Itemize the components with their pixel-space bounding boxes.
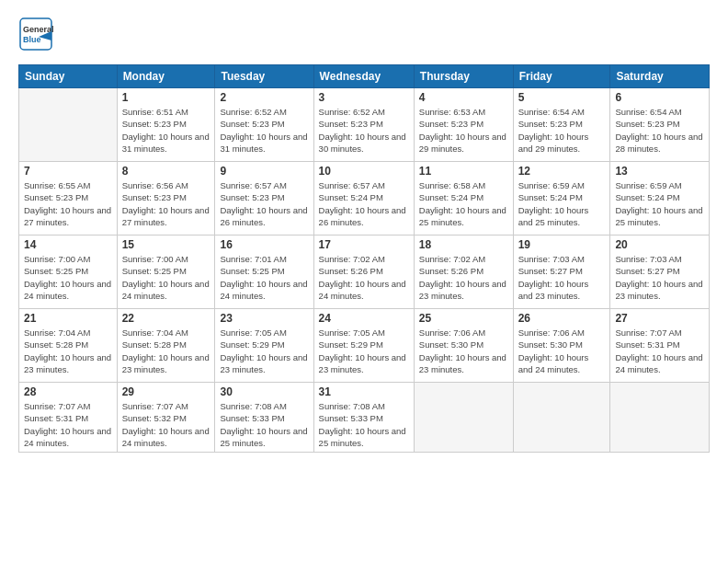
logo-icon: General Blue bbox=[18, 17, 53, 52]
calendar-cell bbox=[19, 88, 118, 162]
calendar-header-row: SundayMondayTuesdayWednesdayThursdayFrid… bbox=[19, 65, 710, 88]
day-number: 16 bbox=[220, 238, 308, 251]
calendar-cell: 10Sunrise: 6:57 AMSunset: 5:24 PMDayligh… bbox=[313, 162, 414, 236]
weekday-header: Sunday bbox=[19, 65, 118, 88]
calendar-week-row: 14Sunrise: 7:00 AMSunset: 5:25 PMDayligh… bbox=[19, 236, 710, 309]
day-number: 30 bbox=[220, 385, 308, 398]
day-number: 29 bbox=[122, 385, 210, 398]
day-number: 21 bbox=[24, 312, 112, 325]
day-number: 11 bbox=[419, 165, 508, 178]
calendar-cell: 9Sunrise: 6:57 AMSunset: 5:23 PMDaylight… bbox=[215, 162, 313, 236]
day-info: Sunrise: 7:01 AMSunset: 5:25 PMDaylight:… bbox=[220, 253, 308, 302]
day-info: Sunrise: 7:05 AMSunset: 5:29 PMDaylight:… bbox=[220, 327, 308, 375]
calendar-cell: 7Sunrise: 6:55 AMSunset: 5:23 PMDaylight… bbox=[19, 162, 118, 236]
day-number: 14 bbox=[24, 238, 112, 251]
calendar-cell: 1Sunrise: 6:51 AMSunset: 5:23 PMDaylight… bbox=[117, 88, 215, 162]
calendar-cell: 3Sunrise: 6:52 AMSunset: 5:23 PMDaylight… bbox=[313, 88, 414, 162]
calendar-cell: 8Sunrise: 6:56 AMSunset: 5:23 PMDaylight… bbox=[117, 162, 215, 236]
day-number: 8 bbox=[122, 165, 210, 178]
day-number: 27 bbox=[615, 312, 704, 325]
day-number: 3 bbox=[319, 91, 409, 104]
day-number: 1 bbox=[122, 91, 210, 104]
day-number: 4 bbox=[419, 91, 508, 104]
day-info: Sunrise: 7:07 AMSunset: 5:31 PMDaylight:… bbox=[24, 400, 112, 449]
day-info: Sunrise: 6:59 AMSunset: 5:24 PMDaylight:… bbox=[518, 179, 606, 228]
calendar-cell: 30Sunrise: 7:08 AMSunset: 5:33 PMDayligh… bbox=[215, 383, 313, 453]
calendar-cell: 20Sunrise: 7:03 AMSunset: 5:27 PMDayligh… bbox=[610, 236, 710, 309]
calendar-week-row: 7Sunrise: 6:55 AMSunset: 5:23 PMDaylight… bbox=[19, 162, 710, 236]
day-info: Sunrise: 7:00 AMSunset: 5:25 PMDaylight:… bbox=[122, 253, 210, 302]
day-info: Sunrise: 6:59 AMSunset: 5:24 PMDaylight:… bbox=[615, 179, 704, 228]
calendar-cell: 5Sunrise: 6:54 AMSunset: 5:23 PMDaylight… bbox=[513, 88, 610, 162]
day-number: 26 bbox=[518, 312, 606, 325]
calendar-cell bbox=[610, 383, 710, 453]
calendar-cell: 29Sunrise: 7:07 AMSunset: 5:32 PMDayligh… bbox=[117, 383, 215, 453]
weekday-header: Tuesday bbox=[215, 65, 313, 88]
calendar-cell: 14Sunrise: 7:00 AMSunset: 5:25 PMDayligh… bbox=[19, 236, 118, 309]
day-number: 13 bbox=[615, 165, 704, 178]
day-info: Sunrise: 6:57 AMSunset: 5:23 PMDaylight:… bbox=[220, 179, 308, 228]
calendar-cell: 23Sunrise: 7:05 AMSunset: 5:29 PMDayligh… bbox=[215, 309, 313, 383]
day-number: 18 bbox=[419, 238, 508, 251]
calendar-cell: 11Sunrise: 6:58 AMSunset: 5:24 PMDayligh… bbox=[414, 162, 513, 236]
svg-text:Blue: Blue bbox=[23, 35, 41, 44]
calendar-cell: 4Sunrise: 6:53 AMSunset: 5:23 PMDaylight… bbox=[414, 88, 513, 162]
day-info: Sunrise: 7:08 AMSunset: 5:33 PMDaylight:… bbox=[319, 400, 409, 449]
day-number: 12 bbox=[518, 165, 606, 178]
calendar-cell: 27Sunrise: 7:07 AMSunset: 5:31 PMDayligh… bbox=[610, 309, 710, 383]
day-info: Sunrise: 6:52 AMSunset: 5:23 PMDaylight:… bbox=[220, 106, 308, 155]
calendar-cell: 16Sunrise: 7:01 AMSunset: 5:25 PMDayligh… bbox=[215, 236, 313, 309]
weekday-header: Friday bbox=[513, 65, 610, 88]
day-number: 6 bbox=[615, 91, 704, 104]
day-number: 22 bbox=[122, 312, 210, 325]
calendar-week-row: 21Sunrise: 7:04 AMSunset: 5:28 PMDayligh… bbox=[19, 309, 710, 383]
weekday-header: Monday bbox=[117, 65, 215, 88]
day-number: 31 bbox=[319, 385, 409, 398]
day-info: Sunrise: 6:57 AMSunset: 5:24 PMDaylight:… bbox=[319, 179, 409, 228]
calendar-cell: 2Sunrise: 6:52 AMSunset: 5:23 PMDaylight… bbox=[215, 88, 313, 162]
day-number: 15 bbox=[122, 238, 210, 251]
calendar-cell: 26Sunrise: 7:06 AMSunset: 5:30 PMDayligh… bbox=[513, 309, 610, 383]
day-info: Sunrise: 6:54 AMSunset: 5:23 PMDaylight:… bbox=[518, 106, 606, 155]
day-info: Sunrise: 7:07 AMSunset: 5:32 PMDaylight:… bbox=[122, 400, 210, 449]
day-info: Sunrise: 7:04 AMSunset: 5:28 PMDaylight:… bbox=[122, 327, 210, 375]
day-info: Sunrise: 7:00 AMSunset: 5:25 PMDaylight:… bbox=[24, 253, 112, 302]
day-info: Sunrise: 7:06 AMSunset: 5:30 PMDaylight:… bbox=[419, 327, 508, 375]
calendar-table: SundayMondayTuesdayWednesdayThursdayFrid… bbox=[18, 64, 710, 453]
day-number: 28 bbox=[24, 385, 112, 398]
day-info: Sunrise: 6:53 AMSunset: 5:23 PMDaylight:… bbox=[419, 106, 508, 155]
day-info: Sunrise: 6:58 AMSunset: 5:24 PMDaylight:… bbox=[419, 179, 508, 228]
calendar-cell: 19Sunrise: 7:03 AMSunset: 5:27 PMDayligh… bbox=[513, 236, 610, 309]
calendar-cell: 24Sunrise: 7:05 AMSunset: 5:29 PMDayligh… bbox=[313, 309, 414, 383]
calendar-cell: 17Sunrise: 7:02 AMSunset: 5:26 PMDayligh… bbox=[313, 236, 414, 309]
day-info: Sunrise: 7:04 AMSunset: 5:28 PMDaylight:… bbox=[24, 327, 112, 375]
day-number: 20 bbox=[615, 238, 704, 251]
weekday-header: Saturday bbox=[610, 65, 710, 88]
calendar-cell: 18Sunrise: 7:02 AMSunset: 5:26 PMDayligh… bbox=[414, 236, 513, 309]
calendar-cell: 22Sunrise: 7:04 AMSunset: 5:28 PMDayligh… bbox=[117, 309, 215, 383]
day-number: 7 bbox=[24, 165, 112, 178]
day-info: Sunrise: 6:55 AMSunset: 5:23 PMDaylight:… bbox=[24, 179, 112, 228]
day-number: 2 bbox=[220, 91, 308, 104]
day-info: Sunrise: 7:06 AMSunset: 5:30 PMDaylight:… bbox=[518, 327, 606, 375]
day-info: Sunrise: 7:05 AMSunset: 5:29 PMDaylight:… bbox=[319, 327, 409, 375]
calendar-cell: 12Sunrise: 6:59 AMSunset: 5:24 PMDayligh… bbox=[513, 162, 610, 236]
day-info: Sunrise: 7:07 AMSunset: 5:31 PMDaylight:… bbox=[615, 327, 704, 375]
day-info: Sunrise: 7:08 AMSunset: 5:33 PMDaylight:… bbox=[220, 400, 308, 449]
day-number: 5 bbox=[518, 91, 606, 104]
day-number: 19 bbox=[518, 238, 606, 251]
weekday-header: Thursday bbox=[414, 65, 513, 88]
calendar-cell: 6Sunrise: 6:54 AMSunset: 5:23 PMDaylight… bbox=[610, 88, 710, 162]
calendar-cell bbox=[414, 383, 513, 453]
calendar-cell: 31Sunrise: 7:08 AMSunset: 5:33 PMDayligh… bbox=[313, 383, 414, 453]
day-number: 24 bbox=[319, 312, 409, 325]
day-info: Sunrise: 6:51 AMSunset: 5:23 PMDaylight:… bbox=[122, 106, 210, 155]
day-info: Sunrise: 7:02 AMSunset: 5:26 PMDaylight:… bbox=[319, 253, 409, 302]
day-number: 25 bbox=[419, 312, 508, 325]
weekday-header: Wednesday bbox=[313, 65, 414, 88]
calendar-cell: 13Sunrise: 6:59 AMSunset: 5:24 PMDayligh… bbox=[610, 162, 710, 236]
calendar-week-row: 1Sunrise: 6:51 AMSunset: 5:23 PMDaylight… bbox=[19, 88, 710, 162]
day-info: Sunrise: 6:56 AMSunset: 5:23 PMDaylight:… bbox=[122, 179, 210, 228]
day-number: 23 bbox=[220, 312, 308, 325]
day-info: Sunrise: 6:54 AMSunset: 5:23 PMDaylight:… bbox=[615, 106, 704, 155]
